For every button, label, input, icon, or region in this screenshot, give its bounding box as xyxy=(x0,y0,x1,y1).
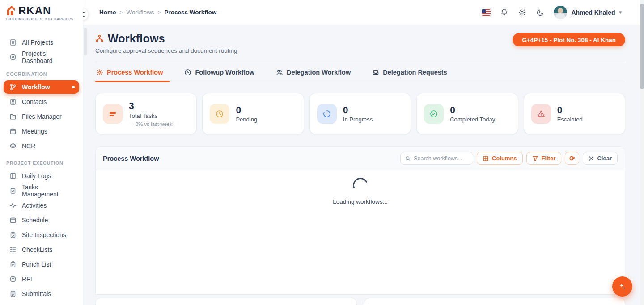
breadcrumb-separator: > xyxy=(158,9,161,16)
breadcrumb-workflows[interactable]: Workflows xyxy=(127,9,154,16)
tasks-by-category-card: Tasks by Category Distribution by catego… xyxy=(95,298,357,305)
stat-value: 0 xyxy=(236,104,257,115)
search-icon xyxy=(405,155,411,162)
filter-button-label: Filter xyxy=(542,155,556,162)
brand-logo: RKAN BUILDING BRIDGES, NOT BARRIERS xyxy=(0,0,83,23)
gear-icon xyxy=(96,69,103,76)
sidebar-item-files-manager[interactable]: Files Manager xyxy=(4,110,79,123)
warning-triangle-icon xyxy=(531,104,551,124)
process-workflow-panel: Process Workflow Columns Filter ⟳ xyxy=(95,146,625,295)
tab-label: Delegation Requests xyxy=(383,69,447,76)
tab-followup-workflow[interactable]: Followup Workflow xyxy=(183,62,255,82)
panel-header: Process Workflow Columns Filter ⟳ xyxy=(96,147,625,170)
columns-grid-icon xyxy=(483,155,489,162)
stat-card-escalated: 0 Escalated xyxy=(524,93,625,134)
sidebar-item-contacts[interactable]: Contacts xyxy=(4,95,79,109)
building-icon xyxy=(9,39,17,46)
contacts-icon xyxy=(9,98,17,106)
panel-toolbar: Columns Filter ⟳ Clear xyxy=(400,152,618,165)
filter-button[interactable]: Filter xyxy=(526,152,562,165)
sidebar-item-daily-logs[interactable]: Daily Logs xyxy=(4,169,79,183)
sidebar-item-workflow[interactable]: Workflow xyxy=(4,80,79,94)
stat-value: 0 xyxy=(450,104,495,115)
refresh-icon: ⟳ xyxy=(569,155,575,163)
sidebar-item-rfi[interactable]: RFI xyxy=(4,272,79,286)
search-workflows-box[interactable] xyxy=(400,152,473,165)
stats-row: 3 Total Tasks — 0% vs last week 0 Pendin… xyxy=(95,93,625,134)
clock-icon xyxy=(210,104,229,124)
settings-gear-icon[interactable] xyxy=(518,8,526,17)
brand-name: RKAN xyxy=(18,5,51,16)
workflow-tabs: Process Workflow Followup Workflow Deleg… xyxy=(95,62,625,82)
calendar-icon xyxy=(9,217,17,224)
notifications-bell-icon[interactable] xyxy=(500,8,508,17)
user-menu[interactable]: Ahmed Khaled ▾ xyxy=(554,6,622,19)
breadcrumb-current: Process Workflow xyxy=(165,9,217,16)
stat-card-pending: 0 Pending xyxy=(202,93,304,134)
stat-label: Total Tasks xyxy=(129,113,172,119)
tab-process-workflow[interactable]: Process Workflow xyxy=(95,62,164,82)
language-flag-icon[interactable] xyxy=(482,9,491,16)
workflow-icon xyxy=(9,84,17,91)
sidebar-item-punch-list[interactable]: Punch List xyxy=(4,258,79,271)
clear-button[interactable]: Clear xyxy=(583,152,618,165)
sidebar: RKAN BUILDING BRIDGES, NOT BARRIERS All … xyxy=(0,0,83,305)
spinner-icon xyxy=(317,104,337,124)
sidebar-scrollbar-thumb[interactable] xyxy=(84,28,87,55)
page-scrollbar-track[interactable] xyxy=(640,0,644,305)
columns-button-label: Columns xyxy=(492,155,517,162)
page-title: Workflows xyxy=(108,32,165,45)
users-icon xyxy=(276,69,283,76)
sidebar-item-label: Schedule xyxy=(22,217,48,224)
search-workflows-input[interactable] xyxy=(414,155,468,162)
refresh-button[interactable]: ⟳ xyxy=(565,152,579,165)
sidebar-item-meetings[interactable]: Meetings xyxy=(4,125,79,138)
breadcrumb-home[interactable]: Home xyxy=(99,9,116,16)
folder-icon xyxy=(9,113,17,121)
sidebar-item-label: Activities xyxy=(22,202,47,209)
dark-mode-moon-icon[interactable] xyxy=(536,8,544,17)
columns-button[interactable]: Columns xyxy=(477,152,523,165)
brand-tagline: BUILDING BRIDGES, NOT BARRIERS xyxy=(6,17,83,21)
stat-card-total-tasks: 3 Total Tasks — 0% vs last week xyxy=(95,93,197,134)
sidebar-item-all-projects[interactable]: All Projects xyxy=(4,36,79,49)
project-selector-button[interactable]: G+4P+15 - Plot No. 308 - Al Khan xyxy=(513,33,625,46)
clipboard-check-icon xyxy=(9,187,17,195)
tab-label: Followup Workflow xyxy=(195,69,254,76)
stat-card-completed-today: 0 Completed Today xyxy=(416,93,518,134)
brand-logo-icon xyxy=(6,4,18,16)
sidebar-item-schedule[interactable]: Schedule xyxy=(4,213,79,227)
sidebar-item-submittals[interactable]: Submittals xyxy=(4,287,79,301)
ai-assistant-fab[interactable] xyxy=(612,276,632,297)
tab-delegation-workflow[interactable]: Delegation Workflow xyxy=(275,62,352,82)
sidebar-item-label: Daily Logs xyxy=(22,172,51,180)
sidebar-item-label: RFI xyxy=(22,276,32,283)
sidebar-item-label: All Projects xyxy=(22,39,53,46)
breadcrumb-separator: > xyxy=(120,9,123,16)
sidebar-item-label: Tasks Management xyxy=(22,184,75,198)
loading-spinner-icon xyxy=(351,175,370,195)
sidebar-item-checklists[interactable]: CheckLists xyxy=(4,243,79,256)
page-scrollbar-thumb[interactable] xyxy=(640,4,644,89)
sidebar-item-ncr[interactable]: NCR xyxy=(4,139,79,153)
sidebar-item-label: CheckLists xyxy=(22,246,52,253)
bottom-cards-row: Tasks by Category Distribution by catego… xyxy=(95,298,625,305)
tab-label: Process Workflow xyxy=(107,69,163,76)
sidebar-item-label: Meetings xyxy=(22,128,47,135)
activity-icon xyxy=(9,202,17,209)
list-icon xyxy=(103,104,123,124)
tab-delegation-requests[interactable]: Delegation Requests xyxy=(371,62,448,82)
layers-icon xyxy=(9,142,17,150)
sidebar-item-label: Files Manager xyxy=(22,113,62,120)
sidebar-item-site-inspections[interactable]: Site Inspections xyxy=(4,228,79,242)
sidebar-item-activities[interactable]: Activities xyxy=(4,199,79,212)
loading-text: Loading workflows... xyxy=(333,198,387,205)
stat-label: In Progress xyxy=(343,116,373,123)
sidebar-item-tasks-management[interactable]: Tasks Management xyxy=(4,184,79,197)
sidebar-item-projects-dashboard[interactable]: Project's Dashboard xyxy=(4,50,79,64)
calendar-icon xyxy=(9,128,17,135)
active-dot xyxy=(72,86,75,88)
tab-label: Delegation Workflow xyxy=(287,69,351,76)
user-name: Ahmed Khaled xyxy=(571,9,615,16)
sparkles-icon xyxy=(618,282,627,291)
